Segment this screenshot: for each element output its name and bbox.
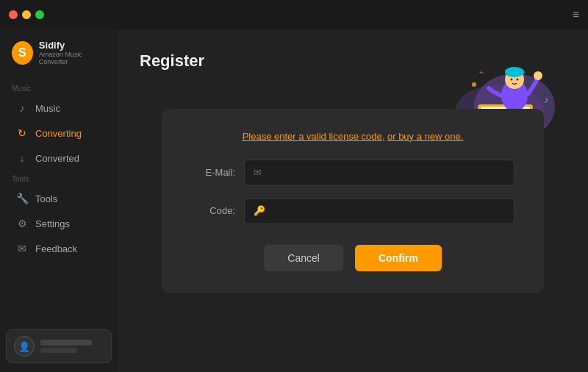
- register-modal: Please enter a valid license code, or bu…: [162, 109, 544, 293]
- email-input[interactable]: [268, 167, 505, 178]
- code-input[interactable]: [271, 205, 505, 216]
- email-label: E-Mail:: [191, 167, 235, 178]
- sidebar-item-music-label: Music: [35, 103, 60, 114]
- email-icon: ✉: [254, 167, 262, 178]
- music-icon: ♪: [16, 102, 28, 114]
- close-button[interactable]: [9, 10, 18, 19]
- sidebar: S Sidify Amazon Music Converter Music ♪ …: [0, 29, 118, 372]
- feedback-icon: ✉: [16, 243, 28, 254]
- window-controls: [9, 10, 44, 19]
- app-body: S Sidify Amazon Music Converter Music ♪ …: [0, 29, 588, 372]
- sidebar-item-converted[interactable]: ↓ Converted: [4, 146, 113, 170]
- email-input-wrapper[interactable]: ✉: [244, 160, 514, 186]
- app-subtitle: Amazon Music Converter: [39, 51, 106, 65]
- code-input-wrapper[interactable]: 🔑: [244, 198, 514, 224]
- confirm-button[interactable]: Confirm: [355, 245, 442, 271]
- app-name: Sidify: [39, 40, 106, 51]
- title-bar: ≡: [0, 0, 588, 29]
- logo-area: S Sidify Amazon Music Converter: [0, 29, 118, 80]
- sidebar-item-converting-label: Converting: [35, 128, 82, 139]
- tools-icon: 🔧: [16, 193, 28, 204]
- modal-actions: Cancel Confirm: [191, 245, 514, 271]
- user-info: [40, 340, 92, 353]
- converting-icon: ↻: [16, 127, 28, 139]
- sidebar-item-settings[interactable]: ⚙ Settings: [4, 212, 113, 235]
- maximize-button[interactable]: [35, 10, 44, 19]
- main-content: Register ♪: [118, 29, 588, 372]
- section-label-tools: Tools: [0, 171, 118, 186]
- section-label-music: Music: [0, 80, 118, 96]
- sidebar-item-converting[interactable]: ↻ Converting: [4, 121, 113, 145]
- minimize-button[interactable]: [22, 10, 31, 19]
- user-avatar: 👤: [14, 336, 35, 357]
- cancel-button[interactable]: Cancel: [264, 245, 343, 271]
- sidebar-item-music[interactable]: ♪ Music: [4, 96, 113, 120]
- logo-icon: S: [12, 41, 33, 65]
- user-profile-card[interactable]: 👤: [6, 329, 112, 363]
- sidebar-item-feedback-label: Feedback: [35, 243, 77, 254]
- sidebar-item-tools-label: Tools: [35, 193, 57, 204]
- sidebar-item-tools[interactable]: 🔧 Tools: [4, 187, 113, 210]
- user-name: [40, 340, 92, 346]
- email-row: E-Mail: ✉: [191, 160, 514, 186]
- key-icon: 🔑: [254, 205, 265, 216]
- logo-text: Sidify Amazon Music Converter: [39, 40, 106, 65]
- modal-message-link[interactable]: or buy a new one.: [387, 131, 463, 142]
- settings-icon: ⚙: [16, 218, 28, 229]
- sidebar-item-converted-label: Converted: [35, 153, 79, 164]
- sidebar-item-feedback[interactable]: ✉ Feedback: [4, 237, 113, 260]
- user-status: [40, 348, 77, 353]
- code-row: Code: 🔑: [191, 198, 514, 224]
- menu-icon[interactable]: ≡: [573, 8, 579, 21]
- sidebar-item-settings-label: Settings: [35, 218, 70, 229]
- modal-message-plain: Please enter a valid license code,: [243, 131, 385, 142]
- modal-message: Please enter a valid license code, or bu…: [191, 131, 514, 142]
- converted-icon: ↓: [16, 152, 28, 164]
- code-label: Code:: [191, 205, 235, 216]
- modal-backdrop: Please enter a valid license code, or bu…: [118, 29, 588, 372]
